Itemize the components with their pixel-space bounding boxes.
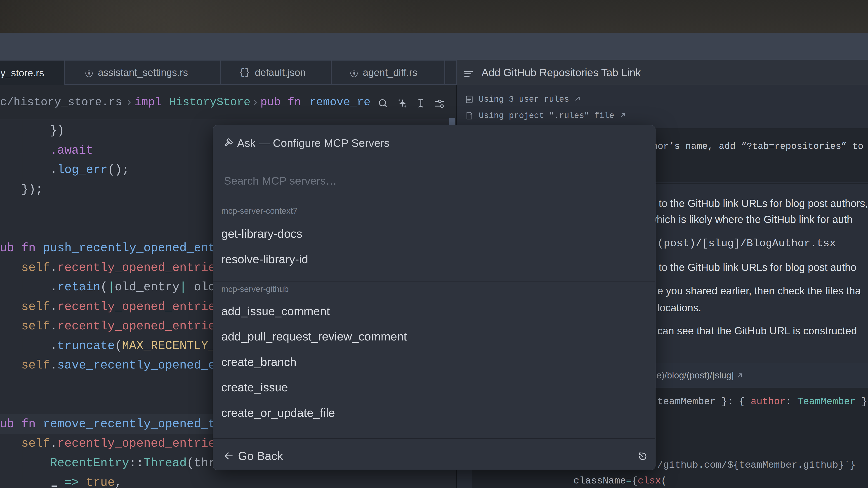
svg-text:R: R	[88, 71, 90, 76]
svg-text:R: R	[352, 71, 355, 76]
